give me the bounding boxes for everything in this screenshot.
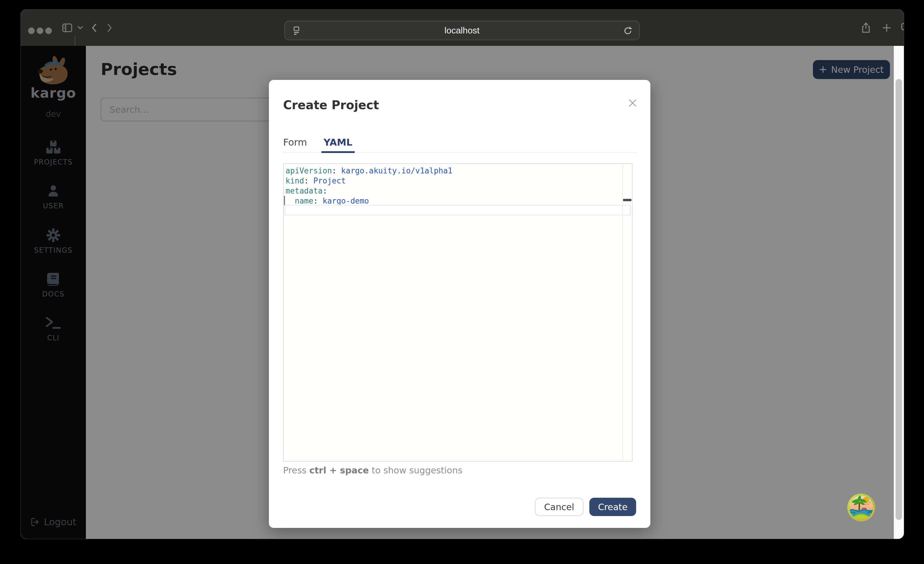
back-icon[interactable] <box>91 9 97 46</box>
create-button[interactable]: Create <box>590 498 636 516</box>
overview-ruler <box>622 164 623 461</box>
zoom-window-button[interactable] <box>45 27 52 34</box>
new-tab-icon[interactable] <box>882 9 891 46</box>
page-scrollbar[interactable] <box>894 46 904 539</box>
cursor-position-marker <box>623 199 632 201</box>
code-line: kind: Project <box>284 176 632 186</box>
sidebar-toggle-icon[interactable] <box>62 9 72 46</box>
window-controls[interactable] <box>28 27 52 34</box>
code-line: apiVersion: kargo.akuity.io/v1alpha1 <box>284 166 632 176</box>
text-cursor <box>284 196 285 206</box>
active-line-highlight <box>284 205 631 215</box>
close-icon[interactable] <box>627 98 638 108</box>
minimize-window-button[interactable] <box>37 27 43 34</box>
browser-window: localhost <box>21 9 904 539</box>
url-text: localhost <box>444 25 480 36</box>
browser-toolbar: localhost <box>21 9 904 46</box>
forward-icon[interactable] <box>106 9 112 46</box>
tab-overview-icon[interactable] <box>901 9 904 46</box>
modal-footer: Cancel Create <box>535 498 636 516</box>
yaml-editor[interactable]: apiVersion: kargo.akuity.io/v1alpha1kind… <box>283 163 633 462</box>
reload-icon[interactable] <box>623 26 633 36</box>
modal-tabs: Form YAML <box>282 133 637 153</box>
toolbar-divider <box>75 36 75 46</box>
tab-form[interactable]: Form <box>282 133 308 152</box>
code-line: metadata: <box>284 186 632 196</box>
scrollbar-thumb[interactable] <box>896 79 902 520</box>
page-settings-icon[interactable] <box>292 26 300 36</box>
code-line: name: kargo-demo <box>284 196 632 206</box>
close-window-button[interactable] <box>28 27 34 34</box>
share-icon[interactable] <box>861 9 871 46</box>
modal-title: Create Project <box>283 98 379 112</box>
screenshot-stage: localhost <box>0 0 924 564</box>
chevron-down-icon[interactable] <box>78 9 83 46</box>
create-project-modal: Create Project Form YAML apiVersion: kar… <box>269 80 650 528</box>
tab-yaml[interactable]: YAML <box>323 133 353 152</box>
shortcut-keys: ctrl + space <box>309 465 369 476</box>
island-extension-button[interactable] <box>847 494 875 521</box>
address-bar[interactable]: localhost <box>284 21 640 40</box>
active-tab-indicator <box>321 151 355 153</box>
yaml-editor-lines: apiVersion: kargo.akuity.io/v1alpha1kind… <box>284 166 632 206</box>
cancel-button[interactable]: Cancel <box>535 498 584 516</box>
editor-hint: Press ctrl + space to show suggestions <box>283 465 463 476</box>
